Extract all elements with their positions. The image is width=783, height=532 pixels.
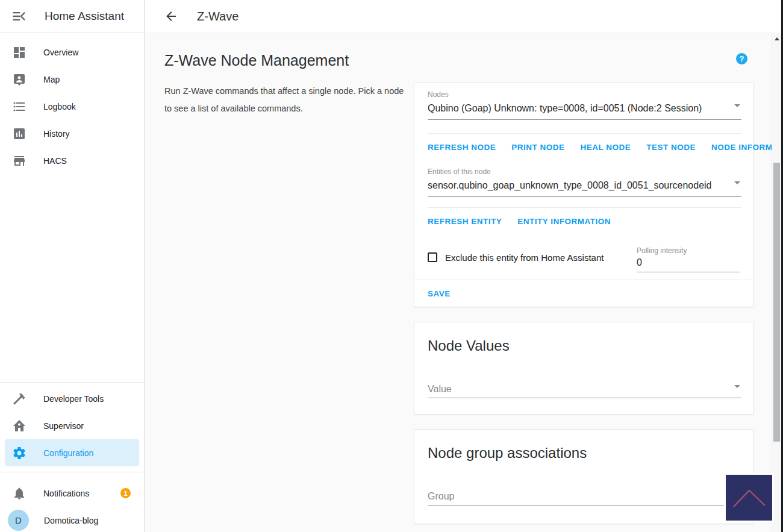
node-information-button[interactable]: NODE INFORMATION xyxy=(707,143,772,152)
supervisor-home-icon xyxy=(12,419,27,433)
node-group-associations-card: Node group associations Group xyxy=(414,429,754,524)
back-arrow-icon[interactable] xyxy=(164,9,178,23)
node-values-card: Node Values Value xyxy=(414,322,754,415)
scrollbar-up-arrow[interactable] xyxy=(775,37,779,40)
refresh-entity-button[interactable]: REFRESH ENTITY xyxy=(423,217,507,226)
sidebar-header: Home Assistant xyxy=(0,0,144,33)
appbar-title: Z-Wave xyxy=(197,10,239,23)
entities-field: Entities of this node sensor.qubino_goap… xyxy=(414,160,753,208)
chevron-down-icon xyxy=(734,181,740,184)
map-account-icon xyxy=(12,72,27,87)
sidebar-item-profile[interactable]: D Domotica-blog xyxy=(0,507,144,532)
app-bar: Z-Wave xyxy=(145,0,781,33)
save-button[interactable]: SAVE xyxy=(423,289,455,298)
entities-select[interactable]: sensor.qubino_goap_unknown_type_0008_id_… xyxy=(428,177,741,197)
scroll-to-top-wrapper xyxy=(724,473,774,522)
group-associations-title: Node group associations xyxy=(428,443,741,462)
sidebar-item-history[interactable]: History xyxy=(0,120,144,147)
avatar: D xyxy=(8,510,29,531)
exclude-entity-label: Exclude this entity from Home Assistant xyxy=(445,252,604,263)
vertical-scrollbar[interactable] xyxy=(772,33,781,532)
entity-information-button[interactable]: ENTITY INFORMATION xyxy=(513,217,616,226)
sidebar-item-overview[interactable]: Overview xyxy=(0,39,144,66)
sidebar: Home Assistant Overview Map Logbook Hist… xyxy=(0,0,145,532)
notification-badge: 1 xyxy=(120,488,131,498)
sidebar-item-logbook[interactable]: Logbook xyxy=(0,93,144,120)
sidebar-toggle-icon[interactable] xyxy=(11,8,28,25)
test-node-button[interactable]: TEST NODE xyxy=(641,143,700,152)
chevron-up-icon xyxy=(726,475,772,521)
bell-icon xyxy=(12,486,27,501)
hacs-store-icon xyxy=(12,154,27,168)
section-intro: Run Z-Wave commands that affect a single… xyxy=(164,83,414,532)
entity-buttons-row: REFRESH ENTITY ENTITY INFORMATION xyxy=(414,208,753,234)
app-title: Home Assistant xyxy=(45,10,124,23)
chevron-down-icon xyxy=(734,104,740,107)
nodes-field: Nodes Qubino (Goap) Unknown: type=0008, … xyxy=(414,83,753,134)
value-select[interactable]: Value xyxy=(428,380,741,398)
gear-icon xyxy=(12,446,27,460)
exclude-entity-checkbox[interactable] xyxy=(428,252,437,262)
main-content: Z-Wave Node Management ? Run Z-Wave comm… xyxy=(145,33,772,532)
refresh-node-button[interactable]: REFRESH NODE xyxy=(423,143,501,152)
help-icon[interactable]: ? xyxy=(736,53,747,64)
node-values-title: Node Values xyxy=(428,336,741,355)
group-select[interactable]: Group xyxy=(428,487,741,505)
page-title: Z-Wave Node Management xyxy=(164,50,772,70)
chevron-down-icon xyxy=(734,385,740,388)
entities-label: Entities of this node xyxy=(428,167,741,177)
node-management-card: Nodes Qubino (Goap) Unknown: type=0008, … xyxy=(414,83,754,307)
sidebar-item-notifications[interactable]: Notifications 1 xyxy=(0,480,144,507)
node-buttons-row: REFRESH NODE PRINT NODE HEAL NODE TEST N… xyxy=(414,134,753,160)
scrollbar-thumb[interactable] xyxy=(773,163,780,442)
intro-text: Run Z-Wave commands that affect a single… xyxy=(164,83,409,117)
sidebar-nav: Overview Map Logbook History HACS xyxy=(0,33,144,174)
polling-intensity-input[interactable] xyxy=(637,255,740,272)
print-node-button[interactable]: PRINT NODE xyxy=(507,143,569,152)
sidebar-item-developer-tools[interactable]: Developer Tools xyxy=(0,385,144,412)
polling-intensity-label: Polling intensity xyxy=(637,246,740,255)
scroll-to-top-button[interactable] xyxy=(726,475,772,521)
sidebar-item-hacs[interactable]: HACS xyxy=(0,147,144,174)
heal-node-button[interactable]: HEAL NODE xyxy=(576,143,636,152)
polling-intensity-field: Polling intensity xyxy=(637,246,740,280)
nodes-select[interactable]: Qubino (Goap) Unknown: type=0008, id=005… xyxy=(428,99,741,120)
sidebar-item-map[interactable]: Map xyxy=(0,66,144,93)
sidebar-item-supervisor[interactable]: Supervisor xyxy=(0,412,144,439)
hammer-icon xyxy=(12,392,27,406)
nodes-label: Nodes xyxy=(428,90,741,99)
history-chart-icon xyxy=(12,127,27,141)
save-row: SAVE xyxy=(414,280,753,307)
sidebar-item-configuration[interactable]: Configuration xyxy=(5,439,139,466)
sidebar-bottom: Developer Tools Supervisor Configuration xyxy=(0,382,144,532)
exclude-polling-row: Exclude this entity from Home Assistant … xyxy=(414,234,753,280)
logbook-list-icon xyxy=(12,99,27,114)
dashboard-icon xyxy=(12,45,27,60)
